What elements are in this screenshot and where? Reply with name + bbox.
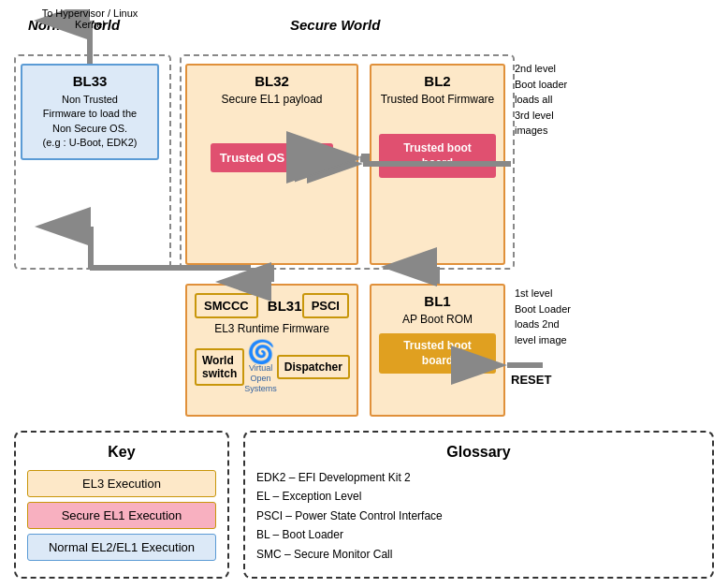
key-title: Key: [27, 444, 216, 461]
diagram-container: Normal World Secure World 2nd levelBoot …: [0, 0, 728, 588]
key-sel1: Secure EL1 Execution: [27, 502, 216, 529]
smccc-box: SMCCC: [195, 293, 258, 318]
bl31-box: SMCCC BL31 PSCI EL3 Runtime Firmware Wor…: [185, 284, 358, 417]
bl2-trusted-boot-button: Trusted boot board: [379, 134, 496, 178]
bl33-title: BL33: [30, 73, 150, 89]
key-box: Key EL3 Execution Secure EL1 Execution N…: [14, 431, 229, 579]
trusted-os-kernel-button: Trusted OS kernel: [211, 143, 333, 172]
glossary-item-1: EL – Exception Level: [256, 487, 701, 506]
key-el3: EL3 Execution: [27, 470, 216, 497]
glossary-item-0: EDK2 – EFI Development Kit 2: [256, 468, 701, 487]
bl2-subtitle: Trusted Boot Firmware: [379, 93, 496, 106]
glossary-item-3: BL – Boot Loader: [256, 525, 701, 544]
bl2-title: BL2: [379, 73, 496, 89]
bl2-box: BL2 Trusted Boot Firmware Trusted boot b…: [370, 64, 505, 265]
vos-label: Virtual Open Systems: [244, 363, 277, 393]
bl1-trusted-boot-button: Trusted boot board: [379, 333, 496, 374]
main-layout: Normal World Secure World 2nd levelBoot …: [9, 9, 721, 431]
bl31-subtitle: EL3 Runtime Firmware: [195, 322, 349, 335]
bl32-subtitle: Secure EL1 payload: [195, 93, 349, 106]
bl32-box: BL32 Secure EL1 payload Trusted OS kerne…: [185, 64, 358, 265]
secure-world-label: Secure World: [290, 17, 380, 33]
bottom-area: Key EL3 Execution Secure EL1 Execution N…: [9, 431, 719, 579]
bl1-subtitle: AP Boot ROM: [379, 313, 496, 326]
psci-box: PSCI: [302, 293, 349, 318]
bl1-box: BL1 AP Boot ROM Trusted boot board: [370, 284, 505, 417]
bl1-title: BL1: [379, 293, 496, 309]
bl31-title: BL31: [268, 298, 302, 314]
bl32-title: BL32: [195, 73, 349, 89]
glossary-title: Glossary: [256, 444, 701, 461]
glossary-box: Glossary EDK2 – EFI Development Kit 2 EL…: [243, 431, 714, 579]
glossary-item-4: SMC – Secure Monitor Call: [256, 545, 701, 564]
bl33-box: BL33 Non TrustedFirmware to load theNon …: [21, 64, 159, 160]
normal-world-label: Normal World: [28, 17, 120, 33]
key-el2: Normal EL2/EL1 Execution: [27, 534, 216, 561]
world-switch-box: World switch: [195, 348, 244, 386]
glossary-item-2: PSCI – Power State Control Interface: [256, 507, 701, 525]
dispatcher-box: Dispatcher: [277, 355, 350, 379]
vos-logo: 🌀 Virtual Open Systems: [244, 341, 277, 393]
2nd-level-text: 2nd levelBoot loaderloads all3rd levelim…: [515, 61, 599, 139]
glossary-items: EDK2 – EFI Development Kit 2 EL – Except…: [256, 468, 701, 564]
reset-label: RESET: [511, 373, 551, 387]
vos-swirl-icon: 🌀: [244, 341, 277, 363]
bl33-desc: Non TrustedFirmware to load theNon Secur…: [30, 93, 150, 151]
1st-level-text: 1st levelBoot Loaderloads 2ndlevel image: [515, 286, 599, 347]
